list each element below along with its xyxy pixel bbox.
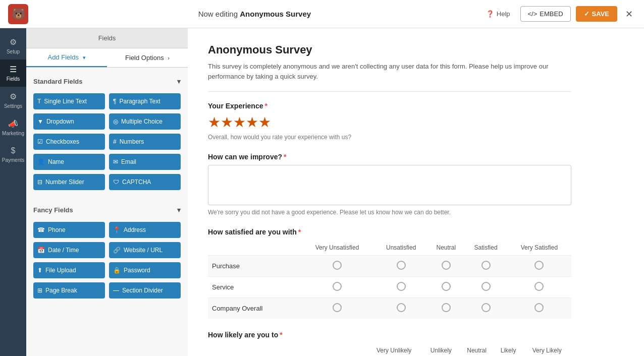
tab-add-fields-label: Add Fields — [47, 53, 78, 61]
radio-cell[interactable] — [300, 298, 374, 319]
field-btn-multiple-choice[interactable]: ◎ Multiple Choice — [109, 113, 181, 130]
sidebar-item-payments[interactable]: $ Payments — [0, 141, 26, 168]
field-btn-file-upload[interactable]: ⬆ File Upload — [33, 262, 105, 278]
field-label-section-divider: Section Divider — [122, 287, 163, 294]
radio-button[interactable] — [481, 261, 491, 270]
row-company-overall-label: Company Overall — [208, 298, 300, 319]
field-btn-numbers[interactable]: # Numbers — [109, 134, 181, 150]
radio-button[interactable] — [397, 282, 406, 291]
divider-icon: — — [113, 287, 119, 294]
standard-fields-header[interactable]: Standard Fields ▾ — [33, 74, 181, 89]
star-rating[interactable]: ★★★★★ — [208, 114, 571, 131]
fancy-fields-grid: ☎ Phone 📍 Address 📅 Date / Time 🔗 Websit… — [33, 222, 181, 299]
matrix-col-satisfied: Satisfied — [464, 240, 507, 256]
save-button[interactable]: ✓ SAVE — [576, 6, 617, 22]
sidebar-item-settings[interactable]: ⚙ Settings — [0, 87, 26, 114]
radio-cell[interactable] — [507, 277, 571, 298]
radio-button[interactable] — [481, 303, 491, 312]
radio-button[interactable] — [534, 282, 544, 291]
embed-button[interactable]: </> EMBED — [520, 6, 571, 22]
radio-button[interactable] — [333, 261, 342, 270]
radio-cell[interactable] — [427, 298, 464, 319]
fancy-fields-header[interactable]: Fancy Fields ▾ — [33, 202, 181, 218]
field-btn-dropdown[interactable]: ▼ Dropdown — [33, 113, 105, 130]
field-btn-password[interactable]: 🔒 Password — [109, 262, 181, 278]
field-btn-number-slider[interactable]: ⊟ Number Slider — [33, 174, 105, 190]
sidebar-item-marketing[interactable]: 📣 Marketing — [0, 114, 26, 141]
sidebar-item-setup[interactable]: ⚙ Setup — [0, 32, 26, 60]
survey-name: Anonymous Survey — [240, 10, 311, 18]
radio-cell[interactable] — [464, 298, 507, 319]
upload-icon: ⬆ — [37, 267, 42, 274]
radio-button[interactable] — [397, 261, 406, 270]
radio-button[interactable] — [397, 303, 406, 312]
radio-button[interactable] — [481, 282, 491, 291]
radio-button[interactable] — [333, 282, 342, 291]
sidebar-item-fields[interactable]: ☰ Fields — [0, 60, 26, 87]
field-btn-captcha[interactable]: 🛡 CAPTCHA — [109, 174, 181, 190]
radio-button[interactable] — [442, 261, 451, 270]
close-button[interactable]: ✕ — [622, 6, 636, 23]
tab-add-fields[interactable]: Add Fields ▾ — [26, 48, 107, 67]
fields-icon: ☰ — [10, 65, 17, 74]
field-label-paragraph-text: Paragraph Text — [119, 98, 160, 105]
radio-cell[interactable] — [300, 256, 374, 277]
row-purchase-label: Purchase — [208, 256, 300, 277]
matrix-col-very-unlikely: Very Unlikely — [365, 343, 422, 356]
settings-icon: ⚙ — [10, 92, 17, 101]
sidebar-label-fields: Fields — [7, 76, 20, 82]
field-label-single-line-text: Single Line Text — [44, 98, 87, 105]
question-2: How can we improve?* We're sorry you did… — [208, 153, 571, 216]
radio-cell[interactable] — [427, 256, 464, 277]
help-button[interactable]: ❓ Help — [481, 7, 515, 21]
radio-cell[interactable] — [507, 256, 571, 277]
field-btn-section-divider[interactable]: — Section Divider — [109, 282, 181, 299]
q2-textarea[interactable] — [208, 165, 571, 205]
sidebar-label-settings: Settings — [4, 103, 22, 109]
field-btn-address[interactable]: 📍 Address — [109, 222, 181, 238]
radio-cell[interactable] — [374, 298, 427, 319]
question-3: How satisfied are you with* Very Unsatis… — [208, 228, 571, 319]
email-icon: ✉ — [113, 158, 118, 165]
field-btn-website-url[interactable]: 🔗 Website / URL — [109, 242, 181, 258]
radio-cell[interactable] — [464, 277, 507, 298]
q2-label-text: How can we improve? — [208, 153, 282, 161]
field-btn-paragraph-text[interactable]: ¶ Paragraph Text — [109, 93, 181, 109]
logo: 🐻 — [8, 4, 28, 24]
field-btn-checkboxes[interactable]: ☑ Checkboxes — [33, 134, 105, 150]
title-prefix: Now editing — [198, 10, 240, 18]
q1-label-text: Your Experience — [208, 102, 263, 110]
chevron-down-icon: ▾ — [177, 206, 181, 214]
checkboxes-icon: ☑ — [37, 138, 43, 145]
table-row: Company Overall — [208, 298, 571, 319]
radio-cell[interactable] — [427, 277, 464, 298]
matrix-col-likely: Likely — [494, 343, 523, 356]
radio-cell[interactable] — [374, 277, 427, 298]
q2-hint: We're sorry you did not have a good expe… — [208, 209, 571, 216]
radio-button[interactable] — [333, 303, 342, 312]
field-btn-name[interactable]: 👤 Name — [33, 154, 105, 170]
radio-button[interactable] — [534, 303, 544, 312]
field-btn-datetime[interactable]: 📅 Date / Time — [33, 242, 105, 258]
q1-required: * — [264, 102, 267, 110]
standard-fields-section: Standard Fields ▾ T Single Line Text ¶ P… — [26, 68, 188, 196]
field-btn-email[interactable]: ✉ Email — [109, 154, 181, 170]
sidebar-label-payments: Payments — [2, 157, 24, 163]
radio-button[interactable] — [534, 261, 544, 270]
radio-cell[interactable] — [507, 298, 571, 319]
matrix-col-empty — [208, 240, 300, 256]
field-btn-phone[interactable]: ☎ Phone — [33, 222, 105, 238]
radio-cell[interactable] — [464, 256, 507, 277]
field-btn-page-break[interactable]: ⊞ Page Break — [33, 282, 105, 299]
field-btn-single-line-text[interactable]: T Single Line Text — [33, 93, 105, 109]
radio-button[interactable] — [442, 303, 451, 312]
field-label-password: Password — [124, 267, 150, 274]
tab-field-options[interactable]: Field Options › — [107, 48, 188, 67]
marketing-icon: 📣 — [8, 119, 18, 129]
radio-cell[interactable] — [300, 277, 374, 298]
dropdown-icon: ▼ — [37, 118, 43, 125]
radio-cell[interactable] — [374, 256, 427, 277]
radio-button[interactable] — [442, 282, 451, 291]
tab-field-options-label: Field Options — [125, 54, 164, 62]
field-label-checkboxes: Checkboxes — [46, 138, 79, 145]
